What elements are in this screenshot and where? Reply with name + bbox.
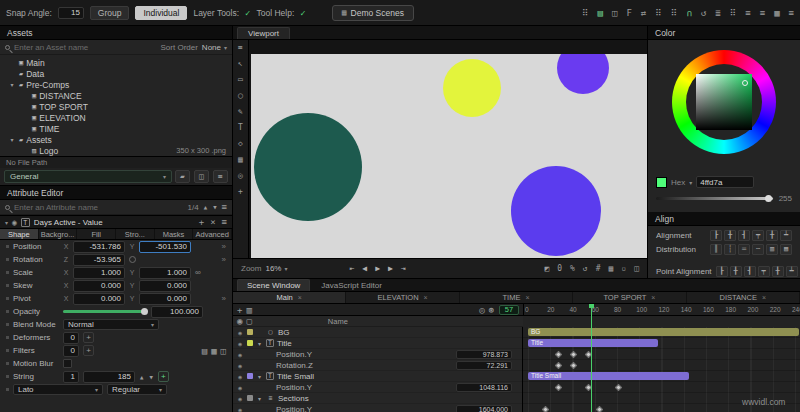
align-v-center-icon[interactable]: ╂	[766, 230, 778, 241]
counter-label[interactable]: 0	[557, 264, 562, 273]
asset-tree-item[interactable]: ▣TIME	[0, 123, 232, 134]
next-attribute-icon[interactable]: ▾	[212, 202, 217, 212]
menu-1-icon[interactable]: ≡	[745, 8, 750, 18]
snap-toggle-icon[interactable]: ◎	[479, 305, 484, 315]
current-frame-field[interactable]: 57	[499, 305, 519, 315]
scale-x-input[interactable]	[73, 267, 125, 279]
asset-tree-item[interactable]: ▾▰Assets	[0, 134, 232, 145]
attribute-layer-tab[interactable]: ▾ ◉ T Days Active - Value +×≡	[0, 215, 232, 228]
close-tab-icon[interactable]: ×	[424, 294, 428, 301]
tab-scene-window[interactable]: Scene Window	[237, 279, 310, 291]
playhead[interactable]	[591, 304, 592, 412]
opacity-slider[interactable]	[63, 310, 147, 313]
timeline-lane[interactable]: Title Small	[523, 371, 800, 382]
keyframe-diamond[interactable]	[596, 406, 603, 412]
display-icon[interactable]: ◫	[194, 170, 209, 183]
attribute-search-input[interactable]	[14, 203, 184, 212]
rotation-dial-icon[interactable]	[129, 256, 136, 263]
visibility-icon[interactable]: ◉	[236, 340, 244, 347]
rotation-z-input[interactable]	[73, 254, 125, 266]
point-align-h-icon[interactable]: ╂	[730, 266, 742, 277]
grid-icon[interactable]: ⠿	[730, 8, 737, 18]
asset-tree-item[interactable]: ▣Main	[0, 57, 232, 68]
visibility-icon[interactable]: ◉	[236, 384, 244, 391]
attr-tab-shape[interactable]: Shape	[0, 229, 39, 239]
filter-layers-icon[interactable]: ▥	[246, 305, 251, 315]
close-tab-icon[interactable]: ×	[525, 294, 529, 301]
group-toggle[interactable]: Group	[90, 6, 130, 20]
scale-y-input[interactable]	[139, 267, 191, 279]
visibility-icon[interactable]: ◉	[236, 373, 244, 380]
visibility-icon[interactable]: ◉	[236, 329, 244, 336]
viewport-menu-icon[interactable]: ≡	[238, 43, 243, 52]
motion-blur-checkbox[interactable]	[63, 359, 72, 368]
align-h-center-icon[interactable]: ╂	[724, 230, 736, 241]
timeline-bar[interactable]: BG	[528, 328, 799, 336]
asset-tree-item[interactable]: ▣DISTANCE	[0, 90, 232, 101]
grid-tool-icon[interactable]: ▦	[238, 155, 243, 164]
close-tab-icon[interactable]: ×	[298, 294, 302, 301]
swap-icon[interactable]: ⇄	[641, 8, 646, 18]
individual-toggle[interactable]: Individual	[135, 6, 187, 20]
violet-circle[interactable]	[557, 54, 609, 94]
distribute-right-icon[interactable]: ═	[738, 244, 750, 255]
add-string-button[interactable]: +	[158, 371, 169, 382]
bounds-icon[interactable]: ▫	[621, 264, 626, 273]
layer-color-swatch[interactable]	[247, 395, 253, 401]
panels-icon[interactable]: ◫	[612, 8, 617, 18]
close-attribute-tab-icon[interactable]: ×	[210, 217, 215, 227]
attr-menu-icon[interactable]: ≡	[222, 202, 227, 212]
add-attribute-icon[interactable]: +	[199, 217, 204, 227]
filter-c-icon[interactable]: ◫	[221, 346, 226, 356]
timeline-ruler[interactable]: 020406080100120140160180200220240	[523, 304, 800, 316]
visibility-icon[interactable]: ◉	[236, 351, 244, 358]
go-end-icon[interactable]: ⇥	[401, 264, 406, 273]
step-back-icon[interactable]: ◀	[362, 264, 367, 273]
rotation-options-icon[interactable]: »	[222, 255, 226, 264]
close-tab-icon[interactable]: ×	[651, 294, 655, 301]
property-value-field[interactable]: 1048.116	[456, 383, 512, 392]
string-value-input[interactable]	[83, 371, 135, 383]
zoom-tool-icon[interactable]: ◎	[238, 171, 243, 180]
comp-tab-main[interactable]: Main×	[233, 292, 346, 303]
layer-color-swatch[interactable]	[247, 340, 253, 346]
comp-tab-distance[interactable]: DISTANCE×	[687, 292, 800, 303]
keyframe-diamond[interactable]	[555, 384, 562, 391]
point-align-bottom-icon[interactable]: ┷	[786, 266, 798, 277]
distribute-v-icon[interactable]: ▥	[766, 244, 778, 255]
distribute-h-icon[interactable]: ┆	[724, 244, 736, 255]
prev-attribute-icon[interactable]: ▴	[203, 202, 208, 212]
add-layer-icon[interactable]: +	[237, 305, 242, 315]
filters-count-input[interactable]	[63, 345, 79, 357]
skew-y-input[interactable]	[139, 280, 191, 292]
refresh-icon[interactable]: ↺	[583, 264, 588, 273]
enabled-dot-icon[interactable]: ◉	[12, 218, 17, 227]
attr-tab-stro[interactable]: Stro...	[116, 229, 155, 239]
viewport-tab[interactable]: Viewport	[237, 27, 290, 39]
pivot-options-icon[interactable]: »	[222, 294, 226, 303]
layer-row[interactable]: ◉▾TTitle Small	[233, 371, 522, 382]
font-weight-select[interactable]: Regular ▾	[107, 384, 167, 395]
timeline-bar[interactable]: Title	[528, 339, 658, 347]
attribute-tab-menu-icon[interactable]: ≡	[222, 217, 227, 227]
keyframe-diamond[interactable]	[542, 406, 549, 412]
expander-icon[interactable]: ▾	[256, 395, 263, 402]
layer-row[interactable]: ◉▾TTitle	[233, 338, 522, 349]
comp-tab-elevation[interactable]: ELEVATION×	[346, 292, 459, 303]
close-tab-icon[interactable]: ×	[762, 294, 766, 301]
zoom-select[interactable]: 16% ▾	[265, 264, 287, 273]
polygon-tool-icon[interactable]: ◇	[238, 139, 243, 148]
hex-input[interactable]	[696, 176, 754, 188]
font-family-select[interactable]: Lato ▾	[13, 384, 103, 395]
expander-icon[interactable]: ▾	[256, 340, 263, 347]
keyframe-diamond[interactable]	[555, 362, 562, 369]
blend-mode-select[interactable]: Normal ▾	[63, 319, 159, 330]
attr-tab-backgro[interactable]: Backgro...	[39, 229, 78, 239]
align-bottom-icon[interactable]: ┷	[780, 230, 792, 241]
layer-row[interactable]: ◉Rotation.Z72.291	[233, 360, 522, 371]
dock-grid-icon[interactable]: ⠿	[582, 8, 589, 18]
add-filter-button[interactable]: +	[83, 345, 94, 356]
points-grid-icon[interactable]: ⠿	[671, 8, 678, 18]
deformers-count-input[interactable]	[63, 332, 79, 344]
timeline-lane[interactable]	[523, 360, 800, 371]
